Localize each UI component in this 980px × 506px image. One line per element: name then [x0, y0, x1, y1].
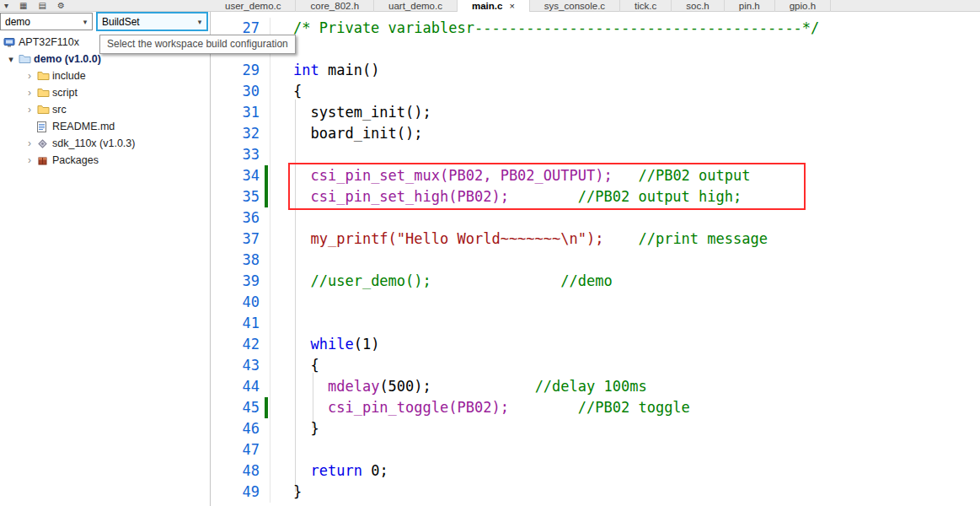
line-number[interactable]: 37: [211, 229, 263, 250]
tree-item-include[interactable]: ›include: [0, 67, 209, 84]
tab-soc.h[interactable]: soc.h: [672, 0, 725, 12]
line-number[interactable]: 42: [211, 334, 263, 355]
code-line-45[interactable]: 45 csi_pin_toggle(PB02); //PB02 toggle: [211, 397, 980, 418]
expand-icon[interactable]: ›: [22, 104, 37, 116]
dropdown-icon[interactable]: ▾: [4, 1, 8, 10]
code-editor[interactable]: 27/* Private variablesr-----------------…: [211, 12, 980, 506]
code-text: board_init();: [270, 123, 423, 144]
target-select[interactable]: demo ▾: [0, 13, 93, 30]
close-icon[interactable]: ×: [509, 1, 514, 11]
code-line-46[interactable]: 46 }: [211, 418, 980, 439]
code-text: {: [270, 355, 319, 376]
line-number[interactable]: 31: [211, 102, 263, 123]
line-number[interactable]: 43: [211, 355, 263, 376]
code-line-33[interactable]: 33: [211, 144, 980, 165]
collapse-icon[interactable]: ▾: [3, 54, 19, 65]
line-number[interactable]: 49: [211, 482, 263, 503]
code-line-39[interactable]: 39 //user_demo(); //demo: [211, 271, 980, 292]
code-line-40[interactable]: 40: [211, 292, 980, 313]
build-config-select[interactable]: BuildSet ▾: [96, 12, 208, 31]
tree-item-script[interactable]: ›script: [0, 84, 209, 101]
code-line-43[interactable]: 43 {: [211, 355, 980, 376]
tab-gpio.h[interactable]: gpio.h: [775, 0, 831, 12]
line-number[interactable]: 44: [211, 376, 263, 397]
expand-icon[interactable]: ›: [22, 154, 37, 166]
code-lines: 27/* Private variablesr-----------------…: [211, 18, 980, 503]
top-bar: ▾▦▤⚙ user_demo.ccore_802.huart_demo.cmai…: [0, 0, 980, 12]
tree-item-README.md[interactable]: README.md: [0, 118, 209, 135]
code-line-48[interactable]: 48 return 0;: [211, 460, 980, 482]
tab-label: main.c: [472, 1, 502, 11]
change-bar-gutter: [263, 102, 270, 123]
line-number[interactable]: 47: [211, 439, 263, 460]
line-number[interactable]: 34: [211, 165, 263, 186]
tab-label: soc.h: [686, 1, 710, 11]
list-view-icon[interactable]: ▤: [38, 1, 46, 10]
line-number[interactable]: 30: [211, 81, 263, 102]
tree-item-label: src: [52, 104, 67, 116]
tree-item-src[interactable]: ›src: [0, 101, 209, 118]
change-bar-gutter: [263, 376, 270, 397]
line-number[interactable]: 48: [211, 460, 263, 482]
tab-sys_console.c[interactable]: sys_console.c: [530, 0, 620, 12]
code-line-29[interactable]: 29int main(): [211, 60, 980, 81]
line-number[interactable]: 32: [211, 123, 263, 144]
code-line-38[interactable]: 38: [211, 250, 980, 271]
code-text: /* Private variablesr-------------------…: [270, 18, 819, 39]
code-line-41[interactable]: 41: [211, 313, 980, 334]
line-number[interactable]: 45: [211, 397, 263, 418]
tab-main.c[interactable]: main.c×: [458, 0, 530, 12]
line-number[interactable]: 38: [211, 250, 263, 271]
line-number[interactable]: 36: [211, 207, 263, 229]
tab-uart_demo.c[interactable]: uart_demo.c: [374, 0, 458, 12]
chevron-down-icon[interactable]: ▾: [78, 18, 92, 26]
chevron-down-icon[interactable]: ▾: [193, 18, 206, 26]
line-number[interactable]: 40: [211, 292, 263, 313]
code-line-31[interactable]: 31 system_init();: [211, 102, 980, 123]
code-text: //user_demo(); //demo: [270, 271, 613, 292]
code-line-32[interactable]: 32 board_init();: [211, 123, 980, 144]
code-line-47[interactable]: 47: [211, 439, 980, 460]
tree-item-Packages[interactable]: ›Packages: [0, 152, 209, 169]
tab-user_demo.c[interactable]: user_demo.c: [211, 0, 296, 12]
code-line-44[interactable]: 44 mdelay(500); //delay 100ms: [211, 376, 980, 397]
file-icon: [37, 121, 52, 132]
code-line-36[interactable]: 36: [211, 207, 980, 229]
tree-item-label: include: [52, 70, 86, 82]
code-line-35[interactable]: 35 csi_pin_set_high(PB02); //PB02 output…: [211, 186, 980, 207]
tab-tick.c[interactable]: tick.c: [620, 0, 672, 12]
code-line-28[interactable]: 28: [211, 39, 980, 60]
line-number[interactable]: 39: [211, 271, 263, 292]
code-line-37[interactable]: 37 my_printf("Hello World~~~~~~~\n"); //…: [211, 229, 980, 250]
tab-core_802.h[interactable]: core_802.h: [296, 0, 374, 12]
code-line-30[interactable]: 30{: [211, 81, 980, 102]
line-number[interactable]: 29: [211, 60, 263, 81]
tooltip-text: Select the workspace build configuration: [107, 38, 288, 50]
change-bar-gutter: [263, 60, 270, 81]
code-text: mdelay(500); //delay 100ms: [270, 376, 647, 397]
line-number[interactable]: 35: [211, 186, 263, 207]
settings-icon[interactable]: ⚙: [57, 1, 65, 10]
expand-icon[interactable]: ›: [22, 137, 37, 149]
code-line-27[interactable]: 27/* Private variablesr-----------------…: [211, 18, 980, 39]
code-text: [270, 207, 293, 229]
code-line-42[interactable]: 42 while(1): [211, 334, 980, 355]
tree-item-label: Packages: [52, 154, 99, 166]
change-bar-gutter: [263, 81, 270, 102]
line-number[interactable]: 41: [211, 313, 263, 334]
tooltip: Select the workspace build configuration: [99, 35, 296, 54]
code-text: [270, 250, 293, 271]
expand-icon[interactable]: ›: [22, 70, 37, 82]
grid-view-icon[interactable]: ▦: [19, 1, 27, 10]
line-number[interactable]: 33: [211, 144, 263, 165]
code-text: [270, 292, 293, 313]
tree-item-sdk_110x[interactable]: ›sdk_110x (v1.0.3): [0, 135, 209, 152]
change-bar-gutter: [263, 186, 270, 207]
ide-window: ▾▦▤⚙ user_demo.ccore_802.huart_demo.cmai…: [0, 0, 980, 506]
code-line-34[interactable]: 34 csi_pin_set_mux(PB02, PB02_OUTPUT); /…: [211, 165, 980, 186]
line-number[interactable]: 46: [211, 418, 263, 439]
code-line-49[interactable]: 49}: [211, 482, 980, 503]
expand-icon[interactable]: ›: [22, 87, 37, 99]
tab-pin.h[interactable]: pin.h: [725, 0, 775, 12]
tab-label: uart_demo.c: [388, 1, 442, 11]
